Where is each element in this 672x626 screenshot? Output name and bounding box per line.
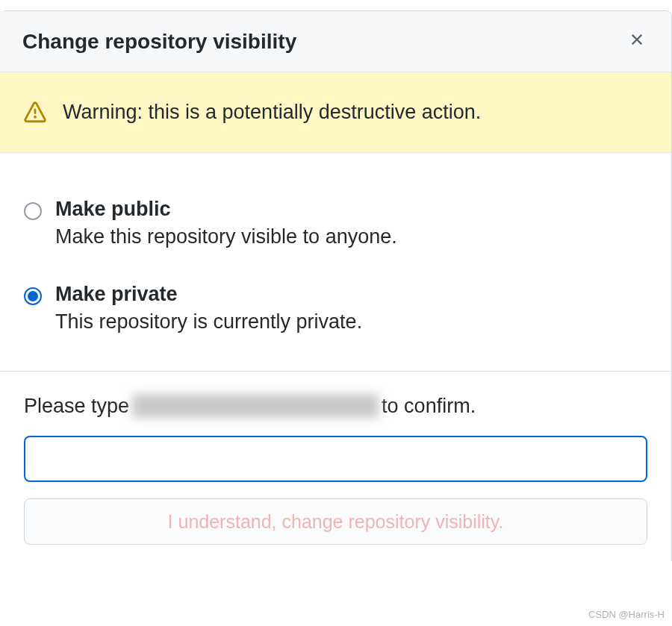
option-public-label: Make public bbox=[55, 198, 397, 221]
modal-title: Change repository visibility bbox=[22, 30, 296, 54]
confirm-prompt: Please type to confirm. bbox=[24, 394, 647, 418]
confirm-button[interactable]: I understand, change repository visibili… bbox=[24, 498, 647, 545]
close-icon bbox=[628, 31, 646, 48]
confirm-input[interactable] bbox=[24, 436, 647, 482]
modal-header: Change repository visibility bbox=[0, 11, 671, 72]
confirm-repo-name-redacted bbox=[132, 394, 379, 418]
radio-public[interactable] bbox=[24, 202, 42, 220]
warning-text: Warning: this is a potentially destructi… bbox=[63, 101, 481, 124]
option-public-desc: Make this repository visible to anyone. bbox=[55, 225, 397, 248]
option-private[interactable]: Make private This repository is currentl… bbox=[24, 283, 647, 334]
visibility-options: Make public Make this repository visible… bbox=[0, 153, 671, 371]
warning-banner: Warning: this is a potentially destructi… bbox=[0, 72, 671, 153]
option-private-label: Make private bbox=[55, 283, 362, 306]
visibility-modal: Change repository visibility Warning: th… bbox=[0, 10, 672, 561]
confirm-prefix: Please type bbox=[24, 395, 129, 418]
confirm-section: Please type to confirm. I understand, ch… bbox=[0, 371, 671, 561]
confirm-suffix: to confirm. bbox=[382, 395, 476, 418]
option-private-desc: This repository is currently private. bbox=[55, 310, 362, 334]
watermark: CSDN @Harris-H bbox=[588, 609, 665, 620]
option-public[interactable]: Make public Make this repository visible… bbox=[24, 198, 647, 248]
warning-icon bbox=[24, 101, 46, 124]
radio-private[interactable] bbox=[24, 287, 42, 305]
close-button[interactable] bbox=[625, 28, 649, 55]
